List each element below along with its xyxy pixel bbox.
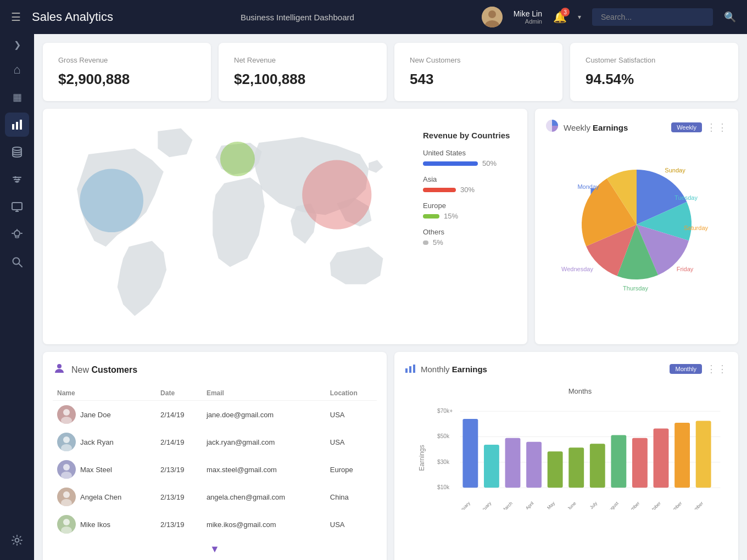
customer-location-cell: USA xyxy=(326,401,377,429)
bar-june xyxy=(568,447,584,488)
customer-email-cell: max.steel@gmail.com xyxy=(202,456,326,483)
show-more-button[interactable]: ▼ xyxy=(53,538,377,560)
table-row: Jack Ryan 2/14/19 jack.ryan@gmail.com US… xyxy=(53,428,377,456)
sidebar-settings-icon[interactable] xyxy=(11,534,23,549)
metric-card-new-customers: New Customers 543 xyxy=(394,43,562,101)
bar-chart-icon xyxy=(404,362,416,376)
bar-february xyxy=(484,445,499,488)
sidebar-item-filter[interactable] xyxy=(5,167,29,192)
revenue-legend: Revenue by Countries United States 50% A… xyxy=(423,120,516,333)
bar-march xyxy=(505,438,521,488)
bar-april xyxy=(526,442,542,488)
metric-label-gross: Gross Revenue xyxy=(58,56,196,64)
user-chevron-icon[interactable]: ▾ xyxy=(578,13,581,21)
map-panel: Revenue by Countries United States 50% A… xyxy=(43,109,527,344)
user-info: Mike Lin Admin xyxy=(514,9,542,25)
table-row: Max Steel 2/13/19 max.steel@gmail.com Eu… xyxy=(53,456,377,483)
content-area: Gross Revenue $2,900,888 Net Revenue $2,… xyxy=(34,34,747,560)
sidebar-item-bulb[interactable] xyxy=(5,222,29,247)
metric-label-net: Net Revenue xyxy=(234,56,371,64)
bar-november xyxy=(674,423,690,488)
x-label-may: May xyxy=(546,500,556,509)
weekly-earnings-panel: Weekly Earnings Weekly ⋮⋮ xyxy=(535,109,738,344)
monthly-panel-header: Monthly Earnings Monthly ⋮⋮ xyxy=(404,362,728,376)
customer-date-cell: 2/13/19 xyxy=(156,456,202,483)
svg-line-21 xyxy=(19,264,22,267)
customer-name-cell: Angela Chen xyxy=(53,483,156,511)
col-location: Location xyxy=(326,386,377,401)
metric-cards: Gross Revenue $2,900,888 Net Revenue $2,… xyxy=(43,43,738,101)
x-label-november: November xyxy=(664,500,683,509)
svg-point-29 xyxy=(63,409,70,416)
weekly-dots-icon[interactable]: ⋮⋮ xyxy=(706,121,728,133)
user-name: Mike Lin xyxy=(514,9,542,18)
table-row: Jane Doe 2/14/19 jane.doe@gmail.com USA xyxy=(53,401,377,429)
svg-point-30 xyxy=(61,417,72,424)
search-icon[interactable]: 🔍 xyxy=(724,11,736,23)
pie-chart-svg: Monday Tuesday Wednesday Thursday Friday… xyxy=(554,145,719,299)
search-input[interactable] xyxy=(592,8,713,26)
col-email: Email xyxy=(202,386,326,401)
legend-usa: United States 50% xyxy=(423,149,516,167)
sidebar-item-search[interactable] xyxy=(5,250,29,274)
metric-label-customers: New Customers xyxy=(410,56,547,64)
svg-point-34 xyxy=(61,472,72,479)
pie-label-wednesday: Wednesday xyxy=(561,266,593,272)
metric-value-gross: $2,900,888 xyxy=(58,71,196,88)
customers-panel-header: New Customers xyxy=(53,362,377,378)
weekly-badge[interactable]: Weekly xyxy=(671,122,702,132)
sidebar-item-chart[interactable] xyxy=(5,113,29,137)
metric-card-net-revenue: Net Revenue $2,100,888 xyxy=(219,43,387,101)
monthly-badge[interactable]: Monthly xyxy=(670,364,702,374)
svg-point-12 xyxy=(16,181,18,183)
monthly-title: Monthly Earnings xyxy=(421,365,487,374)
sidebar-item-home[interactable]: ⌂ xyxy=(5,58,29,82)
bar-september xyxy=(632,438,648,488)
weekly-pie-chart: Monday Tuesday Wednesday Thursday Friday… xyxy=(545,145,728,299)
metric-card-satisfaction: Customer Satisfaction 94.54% xyxy=(570,43,738,101)
sidebar-expand-icon[interactable]: ❯ xyxy=(14,40,21,50)
bar-january xyxy=(462,419,478,488)
svg-point-26 xyxy=(302,160,371,229)
metric-card-gross-revenue: Gross Revenue $2,900,888 xyxy=(43,43,211,101)
middle-row: Revenue by Countries United States 50% A… xyxy=(43,109,738,344)
customer-avatar xyxy=(57,433,76,451)
world-map-svg xyxy=(54,120,412,333)
monthly-bar-chart: Months Earnings $70k+ $50k $30k $10k xyxy=(404,382,728,534)
pie-label-saturday: Saturday xyxy=(684,225,709,231)
sidebar-item-database[interactable] xyxy=(5,140,29,164)
x-label-september: September xyxy=(621,500,640,509)
menu-icon[interactable]: ☰ xyxy=(11,10,21,24)
svg-point-32 xyxy=(61,444,72,451)
table-row: Mike Ikos 2/13/19 mike.ikos@gmail.com US… xyxy=(53,511,377,538)
x-label-january: January xyxy=(456,500,472,509)
customer-location-cell: USA xyxy=(326,511,377,538)
customer-date-cell: 2/13/19 xyxy=(156,483,202,511)
notification-bell[interactable]: 🔔 3 xyxy=(553,10,567,24)
customer-location-cell: Europe xyxy=(326,456,377,483)
y-axis-label: Earnings xyxy=(418,445,426,471)
svg-point-9 xyxy=(14,176,16,178)
customer-email-cell: mike.ikos@gmail.com xyxy=(202,511,326,538)
x-label-july: July xyxy=(589,500,599,509)
bar-may xyxy=(548,451,563,488)
customer-name-cell: Max Steel xyxy=(53,456,156,483)
svg-point-22 xyxy=(15,539,19,542)
customer-avatar xyxy=(57,405,76,424)
metric-value-satisfaction: 94.54% xyxy=(586,71,723,88)
legend-asia: Asia 30% xyxy=(423,175,516,194)
monthly-dots-icon[interactable]: ⋮⋮ xyxy=(706,363,728,375)
svg-point-10 xyxy=(18,178,20,181)
app-title: Sales Analytics xyxy=(32,10,113,24)
metric-label-satisfaction: Customer Satisfaction xyxy=(586,56,723,64)
svg-rect-3 xyxy=(12,124,14,130)
svg-rect-5 xyxy=(20,120,22,130)
customer-email-cell: jack.ryan@gmail.com xyxy=(202,428,326,456)
svg-rect-4 xyxy=(16,122,18,130)
sidebar-item-dashboard[interactable]: ▦ xyxy=(5,85,29,109)
svg-point-1 xyxy=(488,10,496,18)
sidebar-item-monitor[interactable] xyxy=(5,195,29,219)
bar-october xyxy=(654,429,669,488)
customer-location-cell: China xyxy=(326,483,377,511)
svg-rect-39 xyxy=(405,368,408,373)
